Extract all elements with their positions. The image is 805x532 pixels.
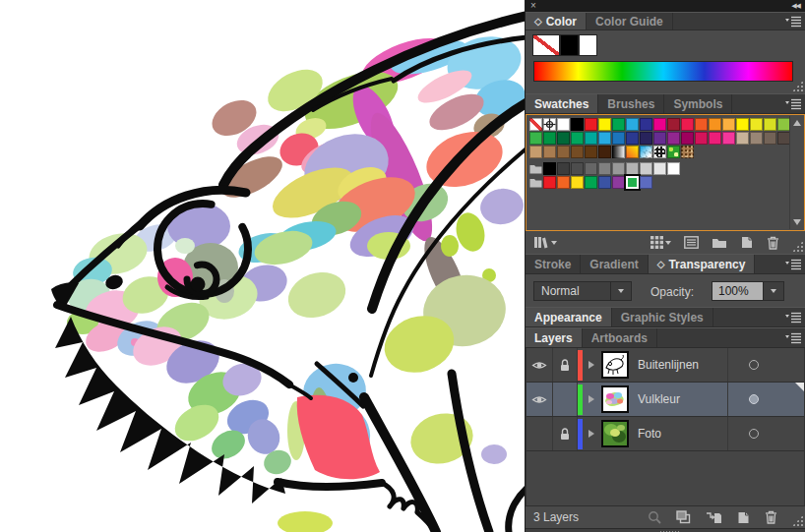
swatch-grad-bw[interactable] <box>612 146 625 158</box>
transparency-panel-menu-icon[interactable] <box>785 259 801 270</box>
make-clipping-mask-button[interactable] <box>676 510 691 524</box>
delete-swatch-button[interactable] <box>767 236 779 250</box>
swatch[interactable] <box>764 118 776 131</box>
layers-panel-menu-icon[interactable] <box>785 332 801 344</box>
layer-visibility-toggle[interactable] <box>526 383 553 416</box>
swatch[interactable] <box>722 132 735 145</box>
swatch-grad-fade[interactable] <box>640 146 652 158</box>
layer-visibility-toggle[interactable] <box>526 417 553 450</box>
swatch[interactable] <box>543 132 556 145</box>
swatch[interactable] <box>571 118 584 131</box>
swatch[interactable] <box>695 132 708 145</box>
layer-visibility-toggle[interactable] <box>526 348 553 382</box>
swatch[interactable] <box>695 118 708 131</box>
tab-appearance[interactable]: Appearance <box>526 308 612 326</box>
swatch[interactable] <box>722 118 735 131</box>
swatch[interactable] <box>598 162 611 175</box>
swatch[interactable] <box>640 162 652 175</box>
swatch-pat-tex[interactable] <box>681 146 694 158</box>
swatch[interactable] <box>626 118 639 131</box>
swatch[interactable] <box>640 132 652 145</box>
swatch[interactable] <box>736 118 749 131</box>
registration-swatch[interactable] <box>543 118 556 131</box>
swatch-group-folder-icon[interactable] <box>529 176 542 189</box>
swatch[interactable] <box>598 146 611 158</box>
new-swatch-button[interactable] <box>740 236 754 249</box>
color-panel-resize-grip[interactable] <box>792 81 803 91</box>
layer-row-vulkleur[interactable]: Vulkleur <box>526 383 804 417</box>
scroll-up-icon[interactable] <box>793 120 801 126</box>
swatch-selected[interactable] <box>626 176 639 189</box>
swatch[interactable] <box>626 132 639 145</box>
swatch[interactable] <box>653 118 666 131</box>
blend-mode-caret-icon[interactable] <box>610 282 631 300</box>
tab-color[interactable]: ◇ Color <box>526 13 587 30</box>
swatch[interactable] <box>640 118 652 131</box>
layer-lock-toggle[interactable] <box>553 348 578 382</box>
panel-collapse-icon[interactable]: ◇ <box>534 16 542 27</box>
swatch[interactable] <box>598 118 611 131</box>
scroll-down-icon[interactable] <box>793 219 801 225</box>
swatch[interactable] <box>557 146 570 158</box>
collapse-panels-icon[interactable]: ◀◀ <box>791 2 800 10</box>
swatch[interactable] <box>667 118 680 131</box>
delete-selection-button[interactable] <box>765 510 777 524</box>
target-circle-icon[interactable] <box>749 360 759 370</box>
swatch[interactable] <box>598 132 611 145</box>
swatch[interactable] <box>543 176 556 189</box>
swatch[interactable] <box>585 162 597 175</box>
swatch[interactable] <box>667 162 680 175</box>
tab-artboards[interactable]: Artboards <box>583 328 657 347</box>
opacity-input[interactable]: 100% <box>712 281 764 301</box>
layer-name[interactable]: Foto <box>638 427 727 441</box>
tab-color-guide[interactable]: Color Guide <box>587 13 673 30</box>
swatch[interactable] <box>750 132 763 145</box>
layer-name[interactable]: Buitenlijnen <box>638 358 727 372</box>
swatches-resize-grip[interactable] <box>792 241 803 252</box>
swatch[interactable] <box>653 162 666 175</box>
swatch[interactable] <box>557 118 570 131</box>
swatch[interactable] <box>626 162 639 175</box>
white-color-swatch[interactable] <box>580 35 596 55</box>
tab-gradient[interactable]: Gradient <box>581 255 648 273</box>
layer-thumbnail[interactable] <box>601 385 629 413</box>
swatch-options-button[interactable] <box>684 236 699 249</box>
show-swatch-kinds-button[interactable] <box>650 236 671 249</box>
tab-symbols[interactable]: Symbols <box>664 94 732 113</box>
color-spectrum-bar[interactable] <box>533 61 793 82</box>
blend-mode-dropdown[interactable]: Normal <box>533 281 632 301</box>
layer-thumbnail[interactable] <box>601 420 629 447</box>
swatch[interactable] <box>571 162 584 175</box>
swatch[interactable] <box>736 132 749 145</box>
swatch[interactable] <box>543 146 556 158</box>
tab-brushes[interactable]: Brushes <box>598 94 664 113</box>
layer-lock-toggle[interactable] <box>553 417 578 450</box>
swatch[interactable] <box>750 118 763 131</box>
layer-expand-toggle[interactable] <box>583 430 599 438</box>
swatch[interactable] <box>709 132 721 145</box>
swatch[interactable] <box>681 132 694 145</box>
layer-expand-toggle[interactable] <box>583 395 599 403</box>
locate-object-button[interactable] <box>648 510 661 524</box>
create-new-layer-button[interactable] <box>737 511 750 524</box>
swatches-panel-menu-icon[interactable] <box>785 98 801 110</box>
tab-stroke[interactable]: Stroke <box>526 255 581 273</box>
opacity-caret-icon[interactable] <box>764 281 784 301</box>
none-color-swatch[interactable] <box>533 35 559 55</box>
swatch-group-folder-icon[interactable] <box>529 162 542 175</box>
layers-resize-grip[interactable] <box>792 515 803 526</box>
tab-transparency[interactable]: ◇ Transparency <box>649 255 756 273</box>
swatch[interactable] <box>612 176 625 189</box>
swatch-scrollbar[interactable] <box>789 116 803 229</box>
tab-swatches[interactable]: Swatches <box>526 94 598 113</box>
swatch[interactable] <box>585 118 597 131</box>
panel-collapse-icon[interactable]: ◇ <box>657 259 665 269</box>
black-color-swatch[interactable] <box>561 35 578 55</box>
tab-layers[interactable]: Layers <box>526 328 583 347</box>
swatch-grad-fire[interactable] <box>626 146 639 158</box>
swatch[interactable] <box>529 132 542 145</box>
swatch[interactable] <box>557 162 570 175</box>
layer-lock-toggle[interactable] <box>553 383 578 416</box>
swatch[interactable] <box>612 118 625 131</box>
swatch[interactable] <box>653 132 666 145</box>
